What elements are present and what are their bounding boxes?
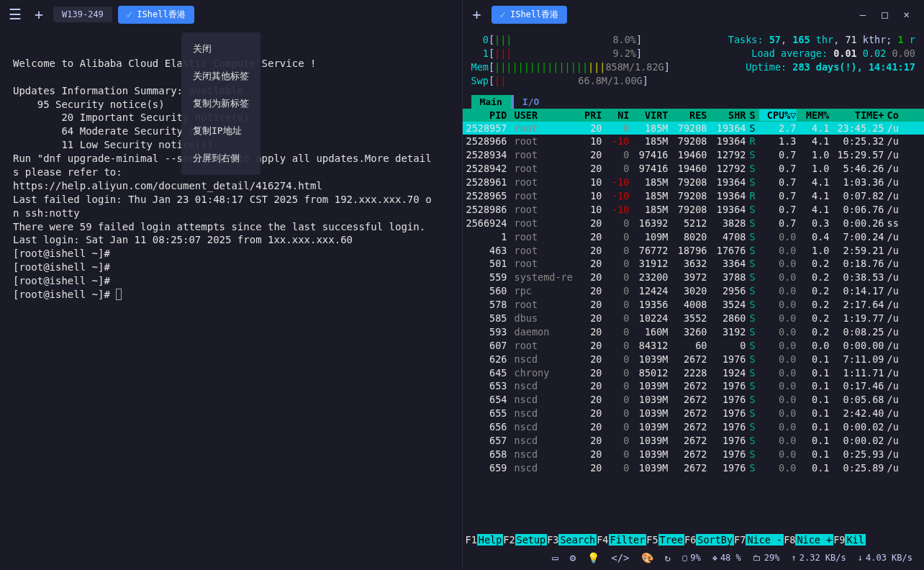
table-row[interactable]: 2528942root200974161946012792S0.71.05:46…	[463, 162, 925, 176]
table-row[interactable]: 2528986root10-10185M7920819364S0.74.10:0…	[463, 203, 925, 217]
context-menu-item[interactable]: 分屏到右侧	[181, 145, 261, 172]
col-user[interactable]: USER	[512, 109, 575, 121]
color-icon[interactable]: 🎨	[641, 552, 653, 564]
col-pri[interactable]: PRI	[575, 109, 602, 121]
status-cpu: ▢ 9%	[682, 553, 701, 563]
col-res[interactable]: RES	[669, 109, 707, 121]
table-row[interactable]: 578root2001935640083524S0.00.22:17.64/u	[463, 298, 925, 312]
status-download: ↓ 4.03 KB/s	[858, 553, 912, 563]
htop-process-list[interactable]: 2528957root200185M7920819364S2.74.123:45…	[463, 122, 925, 534]
table-row[interactable]: 2566924root2001639252123828S0.70.30:00.2…	[463, 217, 925, 230]
function-key[interactable]: F7Nice -	[734, 534, 784, 546]
table-row[interactable]: 559systemd-re2002320039723788S0.00.20:38…	[463, 271, 925, 284]
function-key[interactable]: F4Filter	[597, 534, 646, 546]
col-mem[interactable]: MEM%	[797, 109, 830, 121]
context-menu-item[interactable]: 复制IP地址	[181, 117, 261, 145]
left-tabbar: ☰ + W139-249 ✓ IShell香港	[0, 0, 462, 29]
table-row[interactable]: 656nscd2001039M26721976S0.00.10:00.02/u	[463, 420, 925, 434]
right-terminal-pane: + ✓ IShell香港 — □ ✕ 0[|||8.0%]Tasks: 57, …	[463, 0, 925, 570]
function-key[interactable]: F1Help	[466, 534, 504, 546]
table-row[interactable]: 1root200109M80204708S0.00.47:00.24/u	[463, 230, 925, 244]
tab-active-label: IShell香港	[137, 9, 185, 21]
refresh-icon[interactable]: ↻	[665, 552, 671, 564]
table-row[interactable]: 655nscd2001039M26721976S0.00.12:42.40/u	[463, 407, 925, 420]
table-row[interactable]: 626nscd2001039M26721976S0.00.17:11.09/u	[463, 353, 925, 366]
new-tab-button[interactable]: +	[468, 4, 486, 24]
function-key[interactable]: F2Setup	[503, 534, 547, 546]
htop-function-keys: F1Help F2Setup F3SearchF4FilterF5Tree F6…	[463, 534, 925, 546]
context-menu-item[interactable]: 关闭其他标签	[181, 63, 261, 90]
table-row[interactable]: 2528961root10-10185M7920819364S0.74.11:0…	[463, 176, 925, 189]
table-row[interactable]: 2528965root10-10185M7920819364R0.74.10:0…	[463, 189, 925, 203]
tab-inactive[interactable]: W139-249	[53, 6, 112, 22]
function-key[interactable]: F8Nice +	[784, 534, 833, 546]
tab-active[interactable]: ✓ IShell香港	[492, 6, 568, 24]
table-row[interactable]: 607root20084312600S0.00.00:00.00/u	[463, 339, 925, 353]
context-menu-item[interactable]: 复制为新标签	[181, 90, 261, 117]
close-icon[interactable]: ✕	[904, 9, 910, 20]
col-s[interactable]: S	[746, 109, 759, 121]
table-row[interactable]: 654nscd2001039M26721976S0.00.10:05.68/u	[463, 393, 925, 407]
table-row[interactable]: 657nscd2001039M26721976S0.00.10:00.02/u	[463, 434, 925, 448]
col-cmd[interactable]: Co	[884, 109, 925, 121]
table-row[interactable]: 658nscd2001039M26721976S0.00.10:25.93/u	[463, 448, 925, 461]
tab-active-label: IShell香港	[510, 9, 558, 21]
left-terminal-pane: ☰ + W139-249 ✓ IShell香港 关闭关闭其他标签复制为新标签复制…	[0, 0, 463, 570]
table-row[interactable]: 501root2003191236323364S0.00.20:18.76/u	[463, 257, 925, 271]
bulb-icon[interactable]: 💡	[587, 552, 599, 564]
minimize-icon[interactable]: —	[860, 9, 866, 20]
table-row[interactable]: 463root200767721879617676S0.01.02:59.21/…	[463, 244, 925, 258]
table-row[interactable]: 593daemon200160M32603192S0.00.20:08.25/u	[463, 325, 925, 339]
settings-icon[interactable]: ⚙	[570, 552, 576, 564]
hamburger-icon[interactable]: ☰	[6, 3, 24, 26]
status-bar: ▭ ⚙ 💡 </> 🎨 ↻ ▢ 9% ❖ 48 % 🗀 29% ↑ 2.32 K…	[463, 546, 925, 570]
col-shr[interactable]: SHR	[707, 109, 746, 121]
check-icon: ✓	[127, 9, 132, 20]
col-pid[interactable]: PID	[463, 109, 512, 121]
table-row[interactable]: 585dbus2001022435522860S0.00.21:19.77/u	[463, 312, 925, 325]
col-ni[interactable]: NI	[602, 109, 630, 121]
table-row[interactable]: 560rpc2001242430202956S0.00.20:14.17/u	[463, 284, 925, 298]
check-icon: ✓	[500, 9, 506, 20]
table-row[interactable]: 659nscd2001039M26721976S0.00.10:25.89/u	[463, 461, 925, 475]
htop-tab-main[interactable]: Main	[471, 95, 511, 109]
function-key[interactable]: F9Kil	[833, 534, 866, 546]
function-key[interactable]: F6SortBy	[684, 534, 734, 546]
htop-view-tabs: Main I/O	[463, 92, 925, 109]
function-key[interactable]: F5Tree	[646, 534, 684, 546]
tab-active[interactable]: ✓ IShell香港	[118, 6, 194, 24]
table-row[interactable]: 645chrony2008501222281924S0.00.11:11.71/…	[463, 366, 925, 380]
htop-column-header[interactable]: PID USER PRI NI VIRT RES SHR S CPU%▽ MEM…	[463, 109, 925, 122]
tab-context-menu: 关闭关闭其他标签复制为新标签复制IP地址分屏到右侧	[181, 32, 261, 175]
htop-tab-io[interactable]: I/O	[514, 95, 548, 109]
table-row[interactable]: 653nscd2001039M26721976S0.00.10:17.46/u	[463, 379, 925, 393]
table-row[interactable]: 2528957root200185M7920819364S2.74.123:45…	[463, 122, 925, 135]
function-key[interactable]: F3Search	[547, 534, 597, 546]
col-cpu[interactable]: CPU%▽	[759, 109, 797, 121]
maximize-icon[interactable]: □	[882, 9, 887, 20]
status-disk: 🗀 29%	[753, 553, 780, 563]
new-tab-button[interactable]: +	[30, 4, 47, 24]
status-mem: ❖ 48 %	[712, 553, 741, 563]
col-time[interactable]: TIME+	[830, 109, 884, 121]
code-icon[interactable]: </>	[611, 552, 629, 564]
context-menu-item[interactable]: 关闭	[181, 35, 261, 63]
window-controls: — □ ✕	[860, 9, 918, 20]
htop-summary: 0[|||8.0%]Tasks: 57, 165 thr, 71 kthr; 1…	[463, 29, 925, 92]
table-row[interactable]: 2528934root200974161946012792S0.71.015:2…	[463, 148, 925, 162]
table-row[interactable]: 2528966root10-10185M7920819364R1.34.10:2…	[463, 135, 925, 148]
right-tabbar: + ✓ IShell香港 — □ ✕	[463, 0, 925, 29]
col-virt[interactable]: VIRT	[630, 109, 669, 121]
laptop-icon[interactable]: ▭	[552, 552, 558, 564]
status-upload: ↑ 2.32 KB/s	[791, 553, 846, 563]
